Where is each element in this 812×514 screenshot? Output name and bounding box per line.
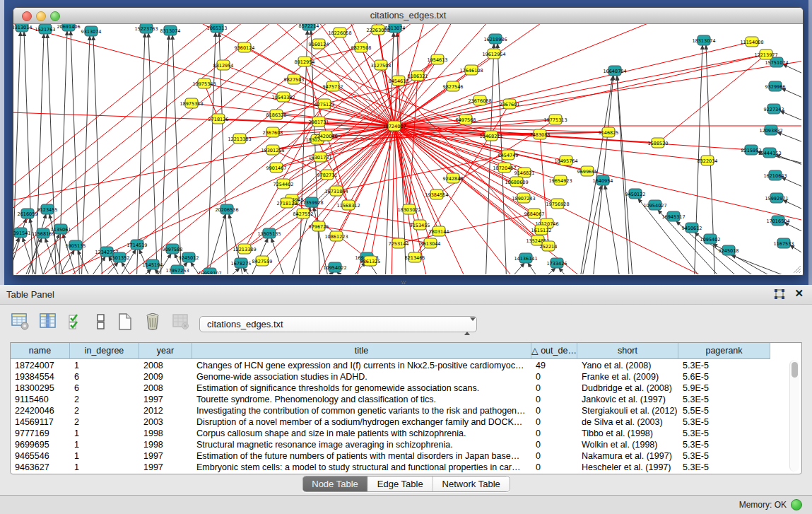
graph-node[interactable]: 2616059 <box>18 209 38 218</box>
cell-in_degree[interactable]: 6 <box>70 382 139 394</box>
window-resize-grip[interactable] <box>792 264 801 274</box>
column-header-in_degree[interactable]: in_degree <box>70 343 139 359</box>
graph-node[interactable]: 9391541 <box>13 228 30 238</box>
cell-title[interactable]: Disruption of a novel member of a sodium… <box>192 416 531 428</box>
cell-out_de[interactable]: 49 <box>531 360 577 371</box>
cell-short[interactable]: Jankovic et al. (1997) <box>577 394 678 405</box>
cell-pagerank[interactable]: 5.5E-5 <box>678 405 770 416</box>
cell-name[interactable]: 14569117 <box>11 416 70 428</box>
cell-short[interactable]: Dudbridge et al. (2008) <box>577 382 678 394</box>
cell-short[interactable]: Hescheler et al. (1997) <box>577 462 678 473</box>
cell-short[interactable]: Tibbo et al. (1998) <box>577 428 678 439</box>
graph-node[interactable]: 9796725 <box>309 221 329 231</box>
graph-node[interactable]: 1678275 <box>231 258 252 268</box>
cell-pagerank[interactable]: 5.3E-5 <box>678 450 770 462</box>
table-row[interactable]: 1456911722003Disruption of a novel membe… <box>11 416 770 428</box>
table-settings-icon[interactable] <box>10 310 31 333</box>
graph-node[interactable]: 17957253 <box>165 265 189 274</box>
table-row[interactable]: 1872400712008Changes of HCN gene express… <box>11 360 770 371</box>
cell-pagerank[interactable]: 5.9E-5 <box>678 382 770 394</box>
cell-out_de[interactable]: 0 <box>531 394 577 405</box>
show-columns-icon[interactable] <box>37 310 59 333</box>
graph-node[interactable]: 9146821 <box>514 168 535 177</box>
column-header-out_de[interactable]: △ out_de… <box>531 343 577 359</box>
new-table-icon[interactable] <box>114 310 136 333</box>
graph-node[interactable]: 19756928 <box>546 199 569 209</box>
float-panel-icon[interactable] <box>773 288 785 300</box>
tab-network-table[interactable]: Network Table <box>433 477 510 491</box>
graph-node[interactable]: 10861223 <box>324 231 348 241</box>
column-header-short[interactable]: short <box>577 343 678 359</box>
cell-pagerank[interactable]: 5.6E-5 <box>678 371 770 382</box>
graph-node[interactable]: 8313014 <box>13 24 32 32</box>
table-row[interactable]: 946362711997Embryonic stem cells: a mode… <box>11 462 770 473</box>
cell-in_degree[interactable]: 1 <box>70 462 139 473</box>
cell-name[interactable]: 22420046 <box>11 405 70 416</box>
cell-year[interactable]: 1998 <box>139 428 192 439</box>
graph-node[interactable]: 15992971 <box>765 193 788 203</box>
cell-year[interactable]: 2012 <box>139 405 192 416</box>
cell-pagerank[interactable]: 5.3E-5 <box>678 416 770 428</box>
cell-in_degree[interactable]: 6 <box>70 371 139 382</box>
cell-out_de[interactable]: 0 <box>531 371 577 382</box>
cell-short[interactable]: Yano et al. (2008) <box>577 360 678 371</box>
graph-node[interactable]: 16210643 <box>763 170 787 180</box>
graph-node[interactable]: 19654923 <box>548 175 572 185</box>
cell-short[interactable]: Wolkin et al. (1998) <box>577 439 678 450</box>
graph-node[interactable]: 1714519 <box>127 240 148 250</box>
graph-node[interactable]: 11568312 <box>336 200 360 210</box>
graph-node[interactable]: 8454613 <box>389 76 409 86</box>
cell-year[interactable]: 2008 <box>139 360 192 371</box>
graph-node[interactable]: 1954613 <box>428 54 448 64</box>
cell-year[interactable]: 2009 <box>139 371 192 382</box>
graph-node[interactable]: 9329966 <box>765 81 786 91</box>
table-row[interactable]: 969969511998Structural magnetic resonanc… <box>11 439 770 450</box>
graph-node[interactable]: 4275123 <box>314 99 335 109</box>
graph-node[interactable]: 19775313 <box>543 115 567 124</box>
cell-name[interactable]: 18300295 <box>11 382 70 394</box>
graph-node[interactable]: 8313074 <box>160 25 181 35</box>
scrollbar-thumb[interactable] <box>792 362 798 378</box>
graph-node[interactable]: 2367608 <box>263 127 283 137</box>
graph-node[interactable]: 18226058 <box>328 28 351 37</box>
cell-out_de[interactable]: 0 <box>531 450 577 462</box>
table-row[interactable]: 977716911998Corpus callosum shape and si… <box>11 428 770 439</box>
tab-edge-table[interactable]: Edge Table <box>368 477 433 491</box>
graph-node[interactable]: 8312954 <box>213 60 234 70</box>
graph-node[interactable]: 9827508 <box>351 42 372 52</box>
graph-node[interactable]: 1733426 <box>547 258 567 268</box>
cell-out_de[interactable]: 0 <box>531 382 577 394</box>
cell-title[interactable]: Genome-wide association studies in ADHD. <box>192 371 531 382</box>
graph-node[interactable]: 20691406 <box>57 24 80 31</box>
cell-title[interactable]: Changes of HCN gene expression and I(f) … <box>192 360 531 371</box>
graph-node[interactable]: 18975313 <box>180 98 203 108</box>
cell-short[interactable]: Franke et al. (2009) <box>577 371 678 382</box>
graph-node[interactable]: 9153455 <box>410 220 430 230</box>
graph-node[interactable]: 1065313 <box>207 24 228 33</box>
graph-node[interactable]: 16218986 <box>483 34 507 44</box>
cell-short[interactable]: de Silva et al. (2003) <box>577 416 678 428</box>
cell-name[interactable]: 18724007 <box>11 360 70 371</box>
table-selector-combobox[interactable]: citations_edges.txt <box>199 316 477 332</box>
cell-name[interactable]: 9463627 <box>11 462 70 473</box>
vertical-scrollbar[interactable] <box>789 360 799 472</box>
graph-node[interactable]: 9450612 <box>682 223 702 233</box>
cell-title[interactable]: Embryonic stem cells: a model to study s… <box>192 462 531 473</box>
sash-handle-icon[interactable] <box>400 280 407 284</box>
graph-node[interactable]: 8572214 <box>299 24 319 30</box>
cell-name[interactable]: 9115460 <box>11 394 70 405</box>
graph-node[interactable]: 8123455 <box>37 204 58 214</box>
cell-pagerank[interactable]: 5.3E-5 <box>678 360 770 371</box>
graph-node[interactable]: 8213465 <box>405 252 425 262</box>
cell-out_de[interactable]: 0 <box>531 416 577 428</box>
cell-title[interactable]: Tourette syndrome. Phenomenology and cla… <box>192 394 531 405</box>
tab-node-table[interactable]: Node Table <box>302 477 368 491</box>
graph-node[interactable]: 9227343 <box>764 104 784 114</box>
graph-node[interactable]: 9684067 <box>524 209 545 218</box>
graph-node[interactable]: 7483083 <box>530 129 551 139</box>
graph-node[interactable]: 12213383 <box>228 134 251 144</box>
graph-node[interactable]: 16731844 <box>324 186 348 196</box>
graph-node[interactable]: 10954027 <box>643 200 666 210</box>
cell-short[interactable]: Nakamura et al. (1997) <box>577 450 678 462</box>
table-row[interactable]: 911546021997Tourette syndrome. Phenomeno… <box>11 394 770 405</box>
